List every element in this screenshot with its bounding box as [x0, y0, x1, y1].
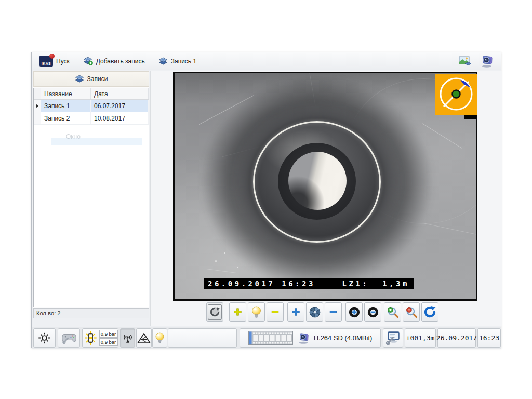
ikas-logo-icon: IKAS — [39, 56, 53, 66]
pressure-group: 0,9 bar 0,9 bar — [82, 328, 118, 348]
lamp-status-button[interactable] — [152, 328, 167, 348]
zoom-in-button[interactable] — [384, 302, 401, 322]
record-stack-icon — [75, 75, 84, 83]
records-count-bar: Кол-во: 2 — [33, 308, 149, 318]
brightness-button[interactable] — [33, 328, 56, 348]
record-stack-icon — [158, 57, 168, 65]
row-marker-cell — [34, 112, 41, 124]
transmitter-button[interactable] — [120, 328, 135, 348]
focus-plus-button[interactable] — [345, 302, 363, 322]
overlay-settings-button[interactable] — [383, 328, 403, 348]
lamp-icon — [251, 306, 261, 318]
records-table: Название Дата Запись 1 06.07.2017 Запись… — [33, 88, 149, 307]
joystick-button[interactable] — [58, 328, 80, 348]
filmstrip-icon — [248, 331, 293, 345]
reset-view-icon — [423, 305, 436, 318]
pan-view-icon — [208, 304, 222, 320]
laser-warning-icon — [137, 332, 151, 344]
desktop: IKAS Пуск Добавить запись — [0, 0, 532, 399]
add-record-icon — [83, 57, 93, 65]
pressure-value-1: 0,9 bar — [99, 330, 118, 338]
pressure-lamp-icon — [83, 331, 98, 345]
time-display: 16:23 — [477, 328, 501, 348]
focus-plus-icon — [348, 306, 361, 318]
camera-video-feed: 26.09.2017 16:23 LZ1: 1,3m — [173, 72, 477, 301]
iris-plus-icon — [291, 307, 301, 317]
pressure-value-2: 0,9 bar — [99, 338, 118, 346]
camera-button[interactable] — [479, 55, 495, 68]
zoom-out-button[interactable] — [403, 302, 420, 322]
webcam-icon — [297, 332, 310, 344]
ikas-logo-text: IKAS — [39, 62, 53, 65]
toolbar-right-group — [457, 55, 495, 68]
start-button-label: Пуск — [56, 58, 70, 65]
fading-tooltip-band — [51, 138, 142, 145]
ikas-logo-dot — [49, 54, 55, 59]
records-table-header: Название Дата — [34, 88, 149, 100]
light-minus-icon — [270, 307, 280, 317]
records-panel-title: Записи — [87, 75, 108, 83]
antenna-icon — [122, 332, 134, 344]
pan-view-button[interactable] — [206, 302, 223, 322]
zoom-in-icon — [387, 306, 399, 318]
app-window: IKAS Пуск Добавить запись — [31, 52, 501, 348]
reset-view-button[interactable] — [421, 302, 438, 322]
start-button[interactable]: IKAS Пуск — [35, 54, 74, 68]
laser-button[interactable] — [136, 328, 152, 348]
camera-controls-toolbar — [206, 302, 438, 322]
brightness-icon — [38, 331, 51, 344]
main-toolbar: IKAS Пуск Добавить запись — [32, 52, 501, 70]
selected-row-marker-icon — [36, 104, 38, 108]
webcam-icon — [480, 55, 494, 68]
status-empty-panel — [168, 328, 237, 348]
zoom-out-icon — [405, 306, 418, 318]
lamp-button[interactable] — [248, 302, 265, 322]
video-artifact — [464, 115, 477, 119]
current-record-button[interactable]: Запись 1 — [154, 56, 201, 67]
status-left-group: 0,9 bar 0,9 bar — [33, 328, 167, 348]
record-date-cell: 06.07.2017 — [91, 100, 149, 112]
recording-status-panel: H.264 SD (4.0MBit) — [240, 328, 381, 348]
records-panel-header[interactable]: Записи — [33, 71, 149, 87]
column-header-name[interactable]: Название — [41, 88, 91, 99]
lamp-icon — [155, 332, 164, 344]
records-panel: Записи Название Дата Запись 1 06.07.2017 — [33, 71, 149, 318]
pressure-readouts: 0,9 bar 0,9 bar — [99, 330, 118, 346]
iris-plus-button[interactable] — [287, 302, 304, 322]
snapshot-button[interactable] — [457, 55, 473, 68]
record-row-1[interactable]: Запись 1 06.07.2017 — [34, 100, 149, 112]
iris-icon — [309, 307, 321, 318]
iris-minus-icon — [328, 307, 338, 317]
distance-counter: +001,3m — [405, 328, 436, 348]
record-row-2[interactable]: Запись 2 10.08.2017 — [34, 112, 149, 125]
row-marker-cell — [34, 100, 41, 112]
iris-minus-button[interactable] — [325, 302, 342, 322]
light-plus-icon — [233, 307, 243, 317]
iris-button[interactable] — [306, 302, 323, 322]
codec-label: H.264 SD (4.0MBit) — [314, 334, 373, 342]
add-record-button[interactable]: Добавить запись — [78, 55, 150, 67]
current-record-label: Запись 1 — [171, 58, 196, 65]
pipe-image: 26.09.2017 16:23 LZ1: 1,3m — [175, 73, 476, 299]
date-display: 26.09.2017 — [437, 328, 476, 348]
record-date-cell: 10.08.2017 — [91, 112, 149, 124]
focus-minus-button[interactable] — [364, 302, 381, 322]
video-overlay-text: 26.09.2017 16:23 LZ1: 1,3m — [204, 278, 414, 289]
snapshot-icon — [459, 56, 472, 66]
overlay-settings-icon — [385, 331, 401, 345]
light-minus-button[interactable] — [267, 302, 284, 322]
marker-column-header — [34, 88, 41, 99]
camera-position-indicator — [435, 74, 477, 115]
record-name-cell: Запись 2 — [41, 112, 91, 124]
column-header-date[interactable]: Дата — [91, 88, 149, 99]
status-bar: 0,9 bar 0,9 bar — [32, 327, 501, 349]
light-plus-button[interactable] — [229, 302, 246, 322]
record-name-cell: Запись 1 — [41, 100, 91, 112]
focus-minus-icon — [367, 306, 379, 318]
joystick-icon — [61, 332, 77, 344]
fading-tooltip-text: Окно — [66, 133, 81, 140]
add-record-label: Добавить запись — [96, 58, 145, 65]
